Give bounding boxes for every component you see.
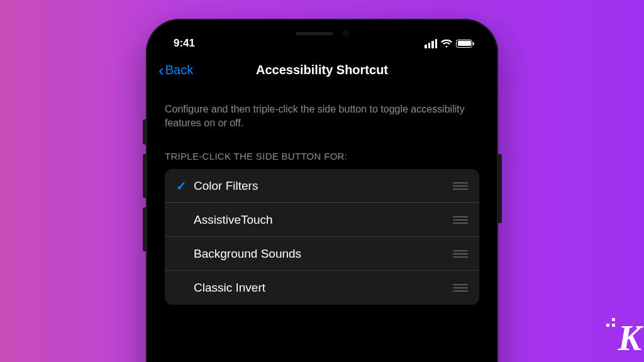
list-item-label: Background Sounds bbox=[194, 247, 453, 261]
list-item-background-sounds[interactable]: Background Sounds bbox=[165, 237, 479, 271]
list-item-classic-invert[interactable]: Classic Invert bbox=[165, 271, 479, 305]
checkmark-slot: ✓ bbox=[176, 178, 194, 194]
phone-notch bbox=[253, 24, 391, 43]
drag-handle-icon[interactable] bbox=[453, 250, 468, 258]
chevron-left-icon: ‹ bbox=[158, 62, 164, 79]
page-title: Accessibility Shortcut bbox=[161, 63, 483, 77]
watermark-dots bbox=[601, 318, 615, 327]
drag-handle-icon[interactable] bbox=[453, 284, 468, 292]
status-indicators bbox=[425, 39, 474, 48]
nav-bar: ‹ Back Accessibility Shortcut bbox=[151, 53, 493, 84]
drag-handle-icon[interactable] bbox=[453, 182, 468, 190]
phone-frame: 9:41 ‹ Back Accessibility Shortcut bbox=[146, 19, 498, 362]
content-area: Configure and then triple-click the side… bbox=[151, 84, 493, 305]
watermark-logo: K bbox=[618, 318, 640, 358]
back-button[interactable]: ‹ Back bbox=[158, 62, 193, 79]
cellular-signal-icon bbox=[425, 39, 437, 48]
speaker-grille bbox=[296, 32, 333, 35]
wifi-icon bbox=[441, 40, 452, 48]
list-item-label: Classic Invert bbox=[194, 281, 453, 295]
back-label: Back bbox=[165, 63, 193, 77]
description-text: Configure and then triple-click the side… bbox=[165, 102, 479, 129]
phone-side-button bbox=[498, 154, 502, 223]
checkmark-icon: ✓ bbox=[176, 178, 187, 194]
drag-handle-icon[interactable] bbox=[453, 216, 468, 224]
front-camera bbox=[343, 30, 349, 36]
list-item-label: Color Filters bbox=[194, 179, 453, 193]
list-item-label: AssistiveTouch bbox=[194, 213, 453, 227]
section-header: TRIPLE-CLICK THE SIDE BUTTON FOR: bbox=[165, 151, 479, 162]
phone-screen: 9:41 ‹ Back Accessibility Shortcut bbox=[151, 24, 493, 362]
options-list: ✓ Color Filters AssistiveTouch Backgroun… bbox=[165, 169, 479, 305]
list-item-color-filters[interactable]: ✓ Color Filters bbox=[165, 169, 479, 203]
list-item-assistivetouch[interactable]: AssistiveTouch bbox=[165, 203, 479, 237]
battery-icon bbox=[456, 40, 474, 48]
status-time: 9:41 bbox=[174, 37, 195, 50]
